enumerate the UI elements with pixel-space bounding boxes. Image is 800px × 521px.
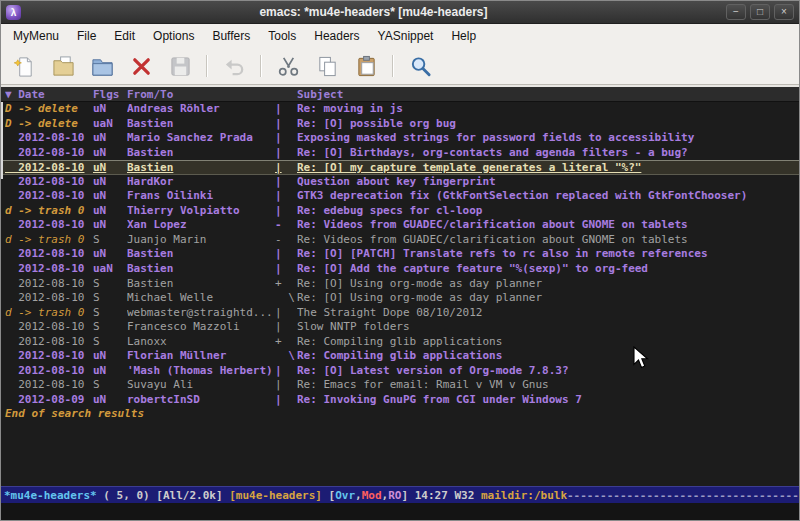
- message-flags: uN: [93, 146, 127, 161]
- modeline-dashes: ----------------------------------------: [567, 489, 799, 502]
- message-row[interactable]: d -> trash 0 S webmaster@straightd... | …: [1, 306, 799, 321]
- message-flags: uN: [93, 161, 127, 174]
- menu-options[interactable]: Options: [144, 24, 203, 48]
- message-subject: Question about key fingerprint: [297, 175, 799, 190]
- message-from: Thierry Volpiatto: [127, 204, 275, 219]
- menu-headers[interactable]: Headers: [305, 24, 368, 48]
- message-row[interactable]: 2012-08-10 uaN Bastien | Re: [O] Add the…: [1, 262, 799, 277]
- column-header-from[interactable]: From/To: [127, 87, 275, 101]
- column-header-date[interactable]: ▼ Date: [5, 87, 93, 101]
- message-subject: Re: Videos from GUADEC/clarification abo…: [297, 233, 799, 248]
- minimize-button[interactable]: −: [726, 4, 746, 20]
- message-subject: Re: [O] my capture template generates a …: [297, 161, 799, 174]
- echo-area[interactable]: [1, 503, 799, 520]
- modeline-size: [All/2.0k]: [156, 489, 229, 502]
- menu-buffers[interactable]: Buffers: [203, 24, 259, 48]
- menu-mymenu[interactable]: MyMenu: [4, 24, 68, 48]
- message-subject: Re: Emacs for email: Rmail v VM v Gnus: [297, 378, 799, 393]
- message-row[interactable]: D -> delete uN Andreas Röhler | Re: movi…: [1, 102, 799, 117]
- message-thread-mark: |: [275, 189, 297, 204]
- message-row[interactable]: 2012-08-10 uN Bastien | Re: [O] Birthday…: [1, 146, 799, 161]
- message-row[interactable]: 2012-08-10 S Michael Welle \ Re: [O] Usi…: [1, 291, 799, 306]
- close-button[interactable]: ×: [774, 4, 794, 20]
- menu-tools[interactable]: Tools: [259, 24, 305, 48]
- message-subject: Re: moving in js: [297, 102, 799, 117]
- emacs-icon[interactable]: λ: [6, 5, 21, 20]
- message-row[interactable]: 2012-08-10 S Francesco Mazzoli | Slow NN…: [1, 320, 799, 335]
- message-row[interactable]: 2012-08-10 uN Mario Sanchez Prada | Expo…: [1, 131, 799, 146]
- message-date: 2012-08-10: [5, 189, 93, 204]
- message-row[interactable]: 2012-08-10 uN 'Mash (Thomas Herbert) | R…: [1, 364, 799, 379]
- message-from: robertcInSD: [127, 393, 275, 408]
- message-subject: Re: Compiling glib applications: [297, 349, 799, 364]
- message-flags: uaN: [93, 262, 127, 277]
- message-row[interactable]: 2012-08-09 uN robertcInSD | Re: Invoking…: [1, 393, 799, 408]
- message-date: 2012-08-10: [5, 349, 93, 364]
- message-thread-mark: |: [275, 306, 297, 321]
- message-from: Michael Welle: [127, 291, 275, 306]
- message-date: 2012-08-10: [5, 146, 93, 161]
- message-subject: Slow NNTP folders: [297, 320, 799, 335]
- menu-file[interactable]: File: [68, 24, 105, 48]
- header-line: ▼ Date Flgs From/To Subject: [1, 87, 799, 102]
- message-from: webmaster@straightd...: [127, 306, 275, 321]
- message-row[interactable]: D -> delete uaN Bastien | Re: [O] possib…: [1, 117, 799, 132]
- menu-bar: MyMenu File Edit Options Buffers Tools H…: [1, 24, 799, 48]
- message-from: Bastien: [127, 247, 275, 262]
- message-row[interactable]: 2012-08-10 S Bastien + Re: [O] Using org…: [1, 277, 799, 292]
- toolbar-separator: [206, 55, 208, 77]
- modeline-bracket: [: [329, 489, 336, 502]
- tool-bar: [1, 48, 799, 85]
- search-button[interactable]: [407, 53, 433, 79]
- mode-line: *mu4e-headers* ( 5, 0) [All/2.0k] [mu4e-…: [1, 486, 799, 503]
- maximize-button[interactable]: □: [750, 4, 770, 20]
- message-row[interactable]: 2012-08-10 uN Florian Müllner \ Re: Comp…: [1, 349, 799, 364]
- dired-button[interactable]: [89, 53, 115, 79]
- menu-edit[interactable]: Edit: [105, 24, 144, 48]
- message-from: 'Mash (Thomas Herbert): [127, 364, 275, 379]
- modeline-bracket: ]: [401, 489, 414, 502]
- message-row[interactable]: d -> trash 0 S Juanjo Marin - Re: Videos…: [1, 233, 799, 248]
- modeline-position: ( 5, 0): [97, 489, 157, 502]
- message-row[interactable]: 2012-08-10 uN Bastien | Re: [O] [PATCH] …: [1, 247, 799, 262]
- message-from: Bastien: [127, 277, 275, 292]
- modeline-comma: ,: [355, 489, 362, 502]
- message-row[interactable]: 2012-08-10 S Lanoxx + Re: Compiling glib…: [1, 335, 799, 350]
- menu-help[interactable]: Help: [442, 24, 485, 48]
- message-thread-mark: |: [275, 320, 297, 335]
- message-subject: Re: [O] Add the capture feature "%(sexp)…: [297, 262, 799, 277]
- message-row[interactable]: 2012-08-10 uN Bastien | Re: [O] my captu…: [1, 160, 799, 175]
- message-row[interactable]: 2012-08-10 uN HardKor | Question about k…: [1, 175, 799, 190]
- message-thread-mark: \: [275, 291, 297, 306]
- kill-buffer-button[interactable]: [128, 53, 154, 79]
- message-flags: uN: [93, 175, 127, 190]
- message-date: 2012-08-10: [5, 175, 93, 190]
- modeline-buffer-name: *mu4e-headers*: [4, 489, 97, 502]
- search-icon: [409, 55, 432, 78]
- message-thread-mark: |: [275, 262, 297, 277]
- paste-button[interactable]: [353, 53, 379, 79]
- menu-yasnippet[interactable]: YASnippet: [369, 24, 443, 48]
- message-subject: Re: [O] Latest version of Org-mode 7.8.3…: [297, 364, 799, 379]
- new-file-button[interactable]: [11, 53, 37, 79]
- message-thread-mark: +: [275, 335, 297, 350]
- message-row[interactable]: 2012-08-10 uN Xan Lopez - Re: Videos fro…: [1, 218, 799, 233]
- column-header-flags[interactable]: Flgs: [93, 87, 127, 101]
- copy-button[interactable]: [314, 53, 340, 79]
- message-subject: Re: edebug specs for cl-loop: [297, 204, 799, 219]
- message-thread-mark: -: [275, 233, 297, 248]
- open-file-icon: [52, 55, 75, 78]
- scrollbar-thumb[interactable]: [1, 102, 3, 179]
- column-header-subject[interactable]: Subject: [297, 87, 799, 101]
- message-flags: uN: [93, 247, 127, 262]
- message-row[interactable]: d -> trash 0 uN Thierry Volpiatto | Re: …: [1, 204, 799, 219]
- message-flags: uN: [93, 349, 127, 364]
- message-flags: uN: [93, 364, 127, 379]
- message-flags: uN: [93, 189, 127, 204]
- message-row[interactable]: 2012-08-10 S Suvayu Ali | Re: Emacs for …: [1, 378, 799, 393]
- message-flags: uN: [93, 393, 127, 408]
- message-date: D -> delete: [5, 102, 93, 117]
- message-row[interactable]: 2012-08-10 uN Frans Oilinki | GTK3 depre…: [1, 189, 799, 204]
- open-file-button[interactable]: [50, 53, 76, 79]
- cut-button[interactable]: [275, 53, 301, 79]
